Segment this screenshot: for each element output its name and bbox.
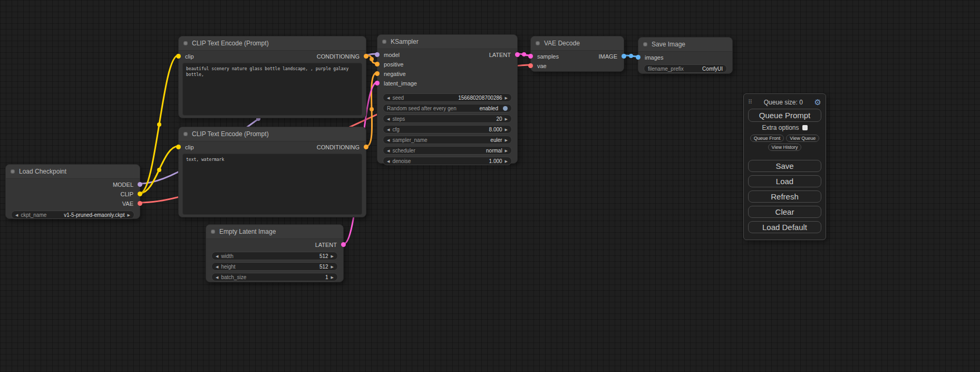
decrement-arrow-icon[interactable]: ◀ [387,138,390,142]
input-slot-label-latent-image: latent_image [384,80,417,87]
drag-handle-icon[interactable]: ⠿ [748,99,752,106]
port-clip-input[interactable] [176,145,181,149]
save-button[interactable]: Save [748,160,821,172]
node-save-image[interactable]: Save Image images filename_prefix ComfyU… [638,37,733,74]
decrement-arrow-icon[interactable]: ◀ [216,275,218,279]
port-conditioning-output[interactable] [364,54,368,59]
widget-sampler-name[interactable]: ◀ sampler_name euler ▶ [383,136,512,144]
port-samples-input[interactable] [528,54,533,59]
decrement-arrow-icon[interactable]: ◀ [387,159,390,163]
widget-denoise[interactable]: ◀ denoise 1.000 ▶ [383,157,512,165]
port-conditioning-output[interactable] [364,145,368,149]
increment-arrow-icon[interactable]: ▶ [505,117,508,121]
increment-arrow-icon[interactable]: ▶ [505,138,508,142]
port-model-output[interactable] [138,182,142,187]
port-latent-output[interactable] [341,242,346,247]
node-vae-decode[interactable]: VAE Decode samples IMAGE vae [530,36,624,72]
view-queue-button[interactable]: View Queue [786,135,819,142]
node-header[interactable]: CLIP Text Encode (Prompt) [179,127,366,141]
collapse-icon[interactable] [211,230,215,234]
slot-row: samples IMAGE [531,52,624,61]
decrement-arrow-icon[interactable]: ◀ [387,96,390,100]
decrement-arrow-icon[interactable]: ◀ [216,254,218,258]
refresh-button[interactable]: Refresh [748,190,821,203]
widget-cfg[interactable]: ◀ cfg 8.000 ▶ [383,125,512,133]
widget-label: ckpt_name [21,212,46,218]
node-load-checkpoint[interactable]: Load Checkpoint MODEL CLIP VAE ◀ ckpt_na… [5,164,140,219]
node-header[interactable]: Save Image [638,37,732,52]
widget-value: 512 [319,264,328,270]
port-latent-output[interactable] [515,52,520,57]
prompt-textarea[interactable]: beautiful scenery nature glass bottle la… [182,63,362,116]
decrement-arrow-icon[interactable]: ◀ [216,265,218,269]
increment-arrow-icon[interactable]: ▶ [128,213,130,217]
node-ksampler[interactable]: KSampler model LATENT positive negative … [377,34,518,164]
decrement-arrow-icon[interactable]: ◀ [15,213,18,217]
node-title: Save Image [652,41,685,48]
queue-front-button[interactable]: Queue Front [750,135,784,142]
widget-value: 8.000 [489,127,502,132]
node-empty-latent-image[interactable]: Empty Latent Image LATENT ◀ width 512 ▶ … [206,224,344,282]
load-default-button[interactable]: Load Default [748,221,821,233]
widget-height[interactable]: ◀ height 512 ▶ [211,262,338,271]
view-history-button[interactable]: View History [768,144,802,151]
collapse-icon[interactable] [183,132,188,136]
widget-steps[interactable]: ◀ steps 20 ▶ [383,115,512,123]
collapse-icon[interactable] [183,41,188,45]
increment-arrow-icon[interactable]: ▶ [331,275,334,279]
port-negative-input[interactable] [375,71,380,76]
settings-gear-icon[interactable]: ⚙ [814,98,821,106]
decrement-arrow-icon[interactable]: ◀ [387,117,390,121]
collapse-icon[interactable] [382,40,386,44]
widget-random-seed-toggle[interactable]: Random seed after every gen enabled [383,104,512,112]
toggle-indicator[interactable] [503,106,508,111]
clear-button[interactable]: Clear [748,206,821,218]
decrement-arrow-icon[interactable]: ◀ [387,128,390,131]
prompt-textarea[interactable]: text, watermark [182,154,362,215]
increment-arrow-icon[interactable]: ▶ [505,96,508,100]
widget-filename-prefix[interactable]: filename_prefix ComfyUI [644,64,727,73]
history-row: View History [748,144,821,151]
node-header[interactable]: Empty Latent Image [206,225,343,239]
port-vae-output[interactable] [138,201,142,206]
increment-arrow-icon[interactable]: ▶ [331,254,334,258]
node-graph-canvas[interactable]: Load Checkpoint MODEL CLIP VAE ◀ ckpt_na… [0,0,980,372]
port-clip-input[interactable] [176,54,181,59]
port-model-input[interactable] [375,52,380,57]
widget-scheduler[interactable]: ◀ scheduler normal ▶ [383,146,512,155]
port-image-output[interactable] [622,54,626,59]
extra-options-checkbox[interactable] [802,125,808,130]
node-clip-text-encode-positive[interactable]: CLIP Text Encode (Prompt) clip CONDITION… [178,36,366,118]
widget-width[interactable]: ◀ width 512 ▶ [211,252,338,260]
node-header[interactable]: VAE Decode [531,36,624,51]
collapse-icon[interactable] [11,169,15,174]
port-positive-input[interactable] [375,62,380,66]
slot-row: LATENT [206,240,343,250]
node-header[interactable]: CLIP Text Encode (Prompt) [179,36,366,51]
port-images-input[interactable] [636,55,641,60]
node-header[interactable]: KSampler [377,35,517,49]
widget-ckpt-name[interactable]: ◀ ckpt_name v1-5-pruned-emaonly.ckpt ▶ [11,211,134,219]
link-midpoint-dot [157,122,161,127]
collapse-icon[interactable] [536,41,540,45]
widget-batch-size[interactable]: ◀ batch_size 1 ▶ [211,273,338,281]
node-clip-text-encode-negative[interactable]: CLIP Text Encode (Prompt) clip CONDITION… [178,127,366,217]
collapse-icon[interactable] [643,42,647,46]
slot-row: positive [377,60,517,69]
link-midpoint-dot [157,168,161,172]
port-vae-input[interactable] [528,63,533,68]
queue-prompt-button[interactable]: Queue Prompt [748,109,821,122]
widget-seed[interactable]: ◀ seed 156680208700286 ▶ [383,93,512,102]
port-clip-output[interactable] [138,192,142,196]
increment-arrow-icon[interactable]: ▶ [505,149,508,152]
port-latent-image-input[interactable] [375,81,380,85]
widget-label: denoise [392,158,411,164]
node-title: Load Checkpoint [19,168,66,175]
node-header[interactable]: Load Checkpoint [6,165,140,179]
widget-value: 156680208700286 [458,95,502,101]
increment-arrow-icon[interactable]: ▶ [505,128,508,131]
load-button[interactable]: Load [748,175,821,187]
increment-arrow-icon[interactable]: ▶ [331,265,334,269]
increment-arrow-icon[interactable]: ▶ [505,159,508,163]
decrement-arrow-icon[interactable]: ◀ [387,149,390,152]
